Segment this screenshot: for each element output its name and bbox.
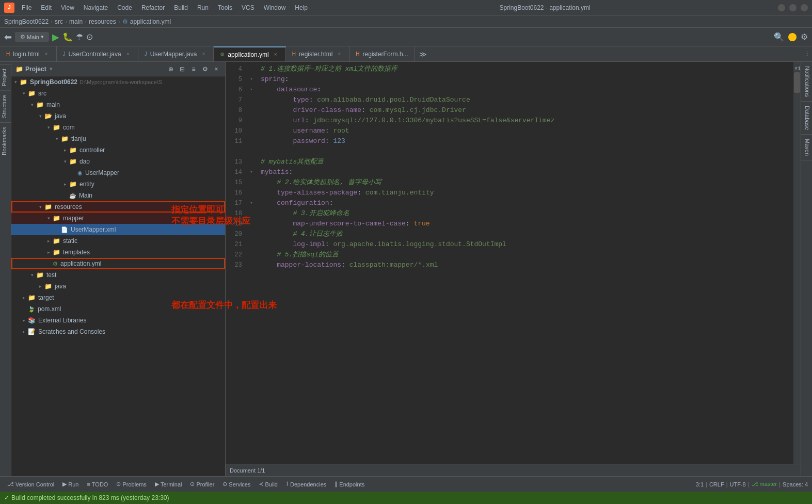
menu-window[interactable]: Window: [260, 3, 290, 12]
tab-close-application-yml[interactable]: ×: [272, 51, 279, 58]
tree-item-controller[interactable]: 📁 controller: [11, 144, 225, 156]
tree-item-ext-libs[interactable]: 📚 External Libraries: [11, 315, 225, 326]
status-services[interactable]: ⊙ Services: [219, 480, 253, 489]
encoding[interactable]: UTF-8: [730, 481, 746, 487]
tree-item-src[interactable]: 📁 src: [11, 88, 225, 99]
tab-registerform[interactable]: H registerForm.h...: [349, 46, 415, 62]
tree-item-main[interactable]: 📁 main: [11, 99, 225, 110]
breadcrumb-src[interactable]: src: [55, 18, 63, 25]
panel-action-locate[interactable]: ⊕: [166, 64, 176, 74]
tree-arrow-extlibs: [20, 318, 28, 323]
tab-usercontroller[interactable]: J UserController.java ×: [57, 46, 138, 62]
code-line-17: configuration:: [261, 198, 789, 208]
tree-item-test[interactable]: 📁 test: [11, 269, 225, 281]
menu-code[interactable]: Code: [113, 3, 136, 12]
tab-close-usermapper[interactable]: ×: [200, 51, 207, 58]
tab-application-yml[interactable]: ⚙ application.yml ×: [214, 46, 285, 62]
scrollbar-thumb[interactable]: [794, 72, 800, 93]
tree-item-target[interactable]: 📁 target: [11, 292, 225, 303]
tree-item-templates[interactable]: 📁 templates: [11, 247, 225, 258]
tree-item-com[interactable]: 📁 com: [11, 122, 225, 133]
tree-item-main-class[interactable]: ☕ Main: [11, 190, 225, 201]
menu-run[interactable]: Run: [193, 3, 213, 12]
tab-register-html[interactable]: H register.html ×: [286, 46, 350, 62]
menu-file[interactable]: File: [18, 3, 36, 12]
status-build[interactable]: ≺ Build: [256, 480, 280, 489]
coverage-button[interactable]: ☂: [76, 32, 83, 42]
notifications-button[interactable]: [788, 33, 797, 41]
tree-item-springboot[interactable]: 📁 SpringBoot0622 D:\Myprogram\idea-works…: [11, 76, 225, 88]
tab-close-login[interactable]: ×: [43, 51, 50, 58]
tab-usermapper-java[interactable]: J UserMapper.java ×: [138, 46, 214, 62]
minimize-button[interactable]: −: [778, 4, 785, 11]
status-terminal[interactable]: ▶ Terminal: [152, 480, 185, 489]
status-problems[interactable]: ⊙ Problems: [113, 480, 149, 489]
tab-close-usercontroller[interactable]: ×: [124, 51, 132, 58]
tree-item-resources[interactable]: 📁 resources: [11, 201, 225, 213]
menu-navigate[interactable]: Navigate: [79, 3, 112, 12]
tree-item-tianju[interactable]: 📁 tianju: [11, 133, 225, 144]
code-line-4: # 1.连接数据库—对应之前 xml文件的数据库: [261, 64, 789, 74]
tree-item-java[interactable]: 📂 java: [11, 110, 225, 122]
code-line-15: # 2.给实体类起别名, 首字母小写: [261, 177, 789, 188]
back-button[interactable]: ⬅: [4, 31, 12, 43]
right-sidebar-notifications[interactable]: Notifications: [801, 62, 812, 102]
code-line-20: # 4.让日志生效: [261, 229, 789, 239]
status-run[interactable]: ▶ Run: [59, 480, 82, 489]
code-line-14: mybatis:: [261, 167, 789, 177]
breadcrumb-project[interactable]: SpringBoot0622: [4, 18, 49, 25]
status-todo[interactable]: ≡ TODO: [84, 480, 111, 489]
tree-item-usermapper-xml[interactable]: 📄 UserMapper.xml: [11, 224, 225, 235]
panel-action-sort[interactable]: ≡: [189, 64, 198, 74]
tab-login-html[interactable]: H login.html ×: [0, 46, 57, 62]
menu-edit[interactable]: Edit: [37, 3, 56, 12]
menu-help[interactable]: Help: [291, 3, 312, 12]
line-separator[interactable]: CRLF: [709, 481, 724, 487]
tab-actions-button[interactable]: ⋮: [804, 51, 810, 57]
run-button[interactable]: ▶: [52, 31, 59, 43]
breadcrumb-file[interactable]: application.yml: [130, 18, 171, 25]
tree-item-static[interactable]: 📁 static: [11, 235, 225, 247]
status-profiler[interactable]: ⊙ Profiler: [187, 480, 217, 489]
tab-close-register[interactable]: ×: [336, 51, 343, 58]
tree-item-scratches[interactable]: 📝 Scratches and Consoles: [11, 326, 225, 337]
tree-item-test-java[interactable]: 📁 java: [11, 281, 225, 292]
status-version-control[interactable]: ⎇ Version Control: [4, 480, 57, 489]
profile-button[interactable]: ⊙: [86, 32, 93, 42]
tree-item-usermapper-java[interactable]: ◉ UserMapper: [11, 167, 225, 178]
tree-item-application-yml[interactable]: ⚙ application.yml: [11, 258, 225, 269]
left-panel-bookmarks[interactable]: Bookmarks: [0, 122, 11, 159]
menu-view[interactable]: View: [57, 3, 78, 12]
left-panel-project[interactable]: Project: [0, 64, 11, 90]
settings-button[interactable]: ⚙: [801, 32, 808, 42]
breadcrumb-main[interactable]: main: [69, 18, 83, 25]
status-dependencies[interactable]: ⌇ Dependencies: [283, 480, 329, 489]
tab-more-button[interactable]: ≫: [415, 50, 431, 58]
panel-dropdown-icon[interactable]: ▾: [50, 66, 52, 72]
left-panel-structure[interactable]: Structure: [0, 90, 11, 122]
editor-scrollbar[interactable]: ×1: [793, 62, 801, 464]
tree-item-mapper-folder[interactable]: 📁 mapper: [11, 213, 225, 224]
panel-action-settings[interactable]: ⚙: [200, 64, 210, 74]
maximize-button[interactable]: □: [789, 4, 797, 11]
panel-action-collapse[interactable]: ⊟: [178, 64, 187, 74]
menu-refactor[interactable]: Refactor: [137, 3, 169, 12]
panel-action-close[interactable]: ×: [212, 64, 221, 74]
tree-item-entity[interactable]: 📁 entity: [11, 178, 225, 190]
search-button[interactable]: 🔍: [774, 32, 784, 42]
menu-build[interactable]: Build: [170, 3, 192, 12]
close-button[interactable]: ×: [801, 4, 808, 11]
debug-button[interactable]: 🐛: [62, 32, 73, 42]
code-line-11: password: 123: [261, 136, 789, 147]
tree-item-pom-xml[interactable]: 🍃 pom.xml: [11, 303, 225, 315]
breadcrumb-resources[interactable]: resources: [89, 18, 116, 25]
code-editor[interactable]: 4 5 6 7 8 9 10 11 13 14 15 16 17 18 19 2…: [226, 62, 801, 464]
spaces-indicator[interactable]: Spaces: 4: [783, 481, 808, 487]
right-sidebar-maven[interactable]: Maven: [801, 135, 812, 160]
run-config-button[interactable]: ⚙ Main ▾: [15, 32, 49, 42]
right-sidebar-database[interactable]: Database: [801, 102, 812, 135]
menu-vcs[interactable]: VCS: [237, 3, 259, 12]
menu-tools[interactable]: Tools: [214, 3, 236, 12]
status-endpoints[interactable]: ∥ Endpoints: [331, 480, 368, 489]
tree-item-dao[interactable]: 📁 dao: [11, 156, 225, 167]
